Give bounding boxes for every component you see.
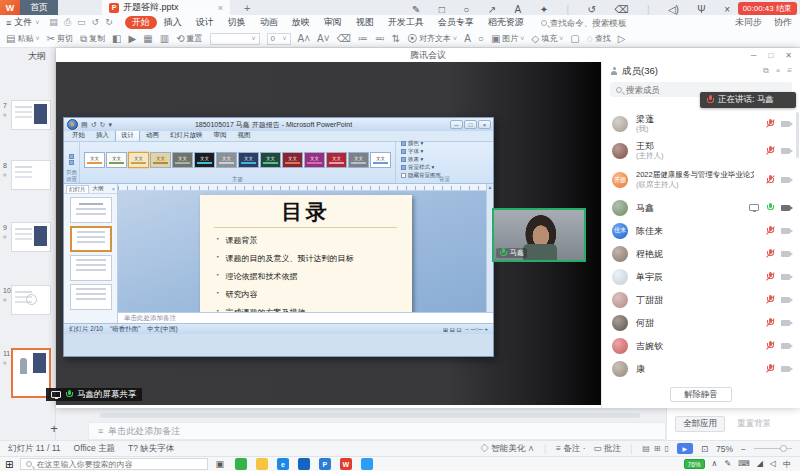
theme-swatch-7[interactable]: 文文 [216, 152, 237, 168]
ppt-slide-thumbnail-1[interactable] [70, 197, 112, 223]
horizontal-scrollbar[interactable] [100, 413, 640, 418]
member-row[interactable]: 康 [602, 357, 800, 380]
效果-button[interactable]: 效果 ▾ [401, 156, 491, 163]
add-slide-button[interactable]: + [46, 421, 62, 436]
taskbar-app-wechat[interactable] [235, 458, 247, 470]
play-from-start-button[interactable]: ▶ [129, 33, 137, 44]
close-button[interactable]: ✕ [785, 51, 792, 60]
menu-tab-动画[interactable]: 动画 [253, 16, 285, 29]
sync-status[interactable]: 未同步 [735, 16, 762, 29]
theme-swatch-1[interactable]: 文文 [84, 152, 105, 168]
slide-thumbnail-10[interactable]: 10★ [0, 285, 56, 315]
close-toolbar-icon[interactable]: × [724, 4, 730, 15]
taskbar-app-tencent-meeting[interactable] [361, 458, 373, 470]
slide-layout-button[interactable]: ▥ [160, 33, 169, 44]
unmute-button[interactable]: 解除静音 [670, 387, 732, 402]
member-row[interactable]: 吉婉钦 [602, 334, 800, 357]
ppt-tab-视图[interactable]: 视图 [233, 130, 256, 141]
member-row[interactable]: 佳来陈佳来 [602, 219, 800, 242]
zoom-level[interactable]: 75% [716, 444, 733, 454]
theme-swatch-5[interactable]: 文文 [172, 152, 193, 168]
taskbar-app-wps[interactable]: W [340, 458, 352, 470]
undo-tool-icon[interactable]: ↺ [588, 4, 596, 15]
menu-tab-审阅[interactable]: 审阅 [317, 16, 349, 29]
members-scrollbar[interactable] [796, 112, 799, 158]
taskbar-search[interactable] [20, 458, 208, 470]
member-row[interactable]: 梁蓬(我) [602, 110, 800, 137]
comments-toggle[interactable]: ▭ 批注 [594, 443, 621, 455]
menu-tab-插入[interactable]: 插入 [157, 16, 189, 29]
reset-button[interactable]: ⟲重置 [176, 33, 202, 44]
theme-swatch-8[interactable]: 文文 [238, 152, 259, 168]
meeting-titlebar[interactable]: 腾讯会议 ─ □ ✕ [56, 48, 800, 62]
ppt-quick-icon[interactable]: ▤ [81, 121, 88, 129]
notes-toggle[interactable]: ≡ 备注 · [556, 443, 586, 455]
member-row[interactable]: 王郑(主持人) [602, 137, 800, 164]
ime-icon[interactable]: 中 [783, 459, 791, 470]
outline-tab[interactable]: 大纲 [0, 48, 55, 64]
view-buttons[interactable]: ▤⊞▯ [642, 444, 669, 453]
theme-swatch-11[interactable]: 文文 [304, 152, 325, 168]
ppt-notes-pane[interactable]: 单击此处添加备注 [118, 312, 493, 323]
more-icon[interactable]: ≡ [787, 66, 792, 76]
network-icon[interactable]: ◢ [757, 459, 763, 470]
ppt-slide-thumbnail-3[interactable] [70, 255, 112, 281]
collaborate-button[interactable]: 协作 [774, 16, 792, 29]
theme-swatch-13[interactable]: 文文 [348, 152, 369, 168]
text-tool-icon[interactable]: A [515, 4, 522, 15]
new-tab-button[interactable]: + [244, 2, 250, 14]
file-menu-button[interactable]: ≡ 文件 ˅ [6, 16, 39, 29]
line-spacing-button[interactable]: ⇅ [392, 33, 400, 44]
increase-font-button[interactable]: A˄ [298, 33, 311, 44]
taskbar-app-qq[interactable] [256, 458, 268, 470]
redo-icon[interactable]: ↻ [105, 17, 113, 28]
menu-tab-放映[interactable]: 放映 [285, 16, 317, 29]
save-icon[interactable]: ▤ [49, 17, 58, 28]
theme-swatch-4[interactable]: 文文 [150, 152, 171, 168]
format-painter-button[interactable]: ◧ [112, 33, 121, 44]
ppt-view-icon[interactable]: ⊡ [457, 327, 462, 333]
ppt-close-button[interactable]: × [478, 120, 491, 129]
undo-icon[interactable]: ↺ [92, 17, 100, 28]
theme-swatch-3[interactable]: 文文 [128, 152, 149, 168]
text-box-button[interactable]: A [464, 33, 471, 44]
member-row[interactable]: 马鑫 [602, 196, 800, 219]
rect-tool-icon[interactable]: □ [439, 4, 445, 15]
decrease-font-button[interactable]: A˅ [317, 33, 330, 44]
tray-expand-icon[interactable]: ∧ [712, 459, 718, 470]
font-name-select[interactable]: ˅ [210, 33, 260, 45]
ppt-view-icon[interactable]: ⊞ [443, 327, 450, 333]
fill-button[interactable]: ◇填充˅ [531, 33, 563, 44]
close-tab-icon[interactable]: × [218, 3, 223, 13]
ppt-zoom-slider[interactable]: − ─○─ + [466, 326, 488, 332]
screen-button[interactable]: ▢ [570, 33, 579, 44]
menu-tab-开发工具[interactable]: 开发工具 [381, 16, 431, 29]
volume-icon[interactable]: ◁ [770, 459, 776, 470]
taskbar-app-ie-browser[interactable]: e [277, 458, 289, 470]
member-row[interactable]: 程艳妮 [602, 242, 800, 265]
battery-indicator[interactable]: 76% [684, 459, 705, 469]
ppt-quick-icon[interactable]: ↺ [91, 121, 97, 129]
bullets-button[interactable]: ≔ [358, 33, 368, 44]
slide[interactable]: 目录 课题背景课题的目的及意义、预计达到的目标理论依据和技术依据研究内容完成课题… [200, 195, 412, 329]
ppt-view-buttons[interactable]: ⊞ ⊟ ⊡ [443, 326, 461, 333]
picture-button[interactable]: ▣图片˅ [491, 33, 525, 44]
arrow-tool-icon[interactable]: ↗ [488, 4, 496, 15]
background-styles-button[interactable]: 背景样式 ▾ [401, 164, 491, 171]
home-tab[interactable]: 首页 [20, 0, 58, 15]
ppt-slide-thumbnail-4[interactable] [70, 284, 112, 310]
theme-swatch-14[interactable]: 文文 [370, 152, 391, 168]
theme-swatch-6[interactable]: 文文 [194, 152, 215, 168]
member-row[interactable]: 何甜 [602, 311, 800, 334]
maximize-button[interactable]: □ [768, 51, 773, 60]
align-text-button[interactable]: ⦿对齐文本˅ [407, 33, 457, 44]
theme-swatch-2[interactable]: 文文 [106, 152, 127, 168]
menu-tab-开始[interactable]: 开始 [125, 16, 157, 29]
theme-swatch-12[interactable]: 文文 [326, 152, 347, 168]
taskbar-search-input[interactable] [36, 460, 202, 469]
theme-swatch-9[interactable]: 文文 [260, 152, 281, 168]
view-icon[interactable]: ▤ [642, 444, 650, 453]
zoom-slider-knob[interactable] [780, 445, 787, 452]
ppt-minimize-button[interactable]: ─ [450, 120, 463, 129]
颜色-button[interactable]: 颜色 ▾ [401, 140, 491, 147]
